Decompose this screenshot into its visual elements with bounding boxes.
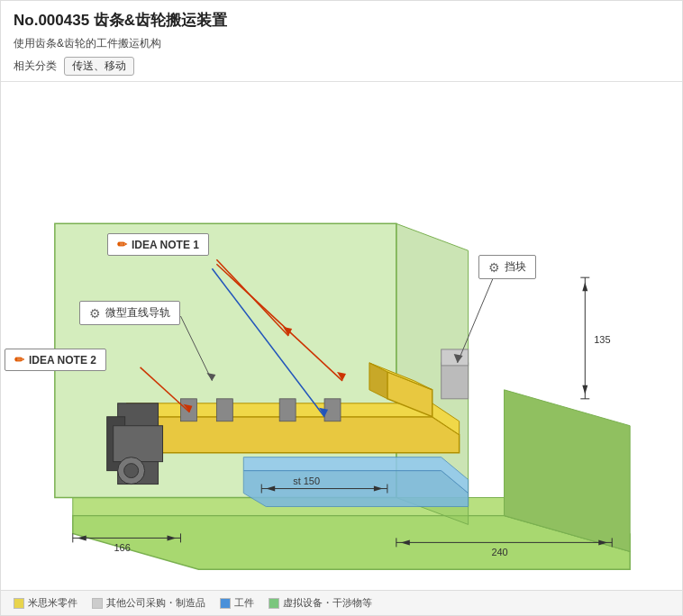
description: 使用齿条&齿轮的工件搬运机构 [14, 36, 669, 51]
header: No.000435 齿条&齿轮搬运装置 使用齿条&齿轮的工件搬运机构 相关分类 … [1, 1, 682, 82]
svg-text:135: 135 [594, 334, 610, 345]
pencil-icon-2: ✏ [14, 353, 24, 367]
gear-block-label: 挡块 [505, 259, 526, 275]
svg-rect-19 [216, 399, 232, 421]
legend-label-workpiece: 工件 [234, 596, 254, 610]
category-label: 相关分类 [14, 59, 57, 74]
legend-color-workpiece [220, 598, 231, 609]
idea-note-2-box[interactable]: ✏ IDEA NOTE 2 [5, 349, 106, 371]
legend-color-misumi [14, 598, 24, 609]
legend-color-other [92, 598, 103, 609]
legend-workpiece: 工件 [220, 596, 254, 610]
idea-note-2-label: IDEA NOTE 2 [29, 354, 96, 367]
legend-label-virtual: 虚拟设备・干涉物等 [283, 596, 372, 610]
svg-rect-23 [442, 349, 469, 366]
page-title: No.000435 齿条&齿轮搬运装置 [14, 10, 669, 31]
mechanical-diagram: st 150 135 240 [1, 82, 682, 590]
svg-text:st 150: st 150 [293, 476, 320, 486]
diagram-area: st 150 135 240 [1, 82, 682, 590]
legend-color-virtual [269, 598, 279, 609]
category-row: 相关分类 传送、移动 [14, 57, 669, 76]
micro-rail-box[interactable]: ⚙ 微型直线导轨 [79, 301, 180, 325]
svg-marker-5 [127, 417, 460, 453]
svg-rect-22 [442, 363, 469, 399]
svg-text:166: 166 [114, 542, 130, 553]
category-tag[interactable]: 传送、移动 [64, 57, 134, 76]
idea-note-1-label: IDEA NOTE 1 [132, 239, 199, 251]
pencil-icon-1: ✏ [117, 238, 127, 251]
idea-note-1-box[interactable]: ✏ IDEA NOTE 1 [107, 233, 209, 256]
legend-label-misumi: 米思米零件 [28, 596, 77, 610]
legend-label-other: 其他公司采购・制造品 [106, 596, 205, 610]
legend-misumi: 米思米零件 [14, 596, 77, 610]
gear-icon-1: ⚙ [488, 260, 500, 275]
legend-bar: 米思米零件 其他公司采购・制造品 工件 虚拟设备・干涉物等 [1, 590, 682, 615]
gear-block-box[interactable]: ⚙ 挡块 [478, 255, 536, 279]
svg-rect-20 [279, 399, 296, 421]
page-wrapper: No.000435 齿条&齿轮搬运装置 使用齿条&齿轮的工件搬运机构 相关分类 … [0, 0, 683, 616]
svg-marker-34 [582, 385, 587, 394]
svg-marker-33 [582, 282, 587, 291]
svg-point-12 [124, 464, 139, 478]
svg-text:240: 240 [491, 547, 507, 557]
legend-other: 其他公司采购・制造品 [92, 596, 205, 610]
legend-virtual: 虚拟设备・干涉物等 [269, 596, 372, 610]
gear-icon-2: ⚙ [89, 306, 101, 321]
micro-rail-label: 微型直线导轨 [105, 305, 170, 321]
svg-rect-10 [114, 426, 163, 462]
